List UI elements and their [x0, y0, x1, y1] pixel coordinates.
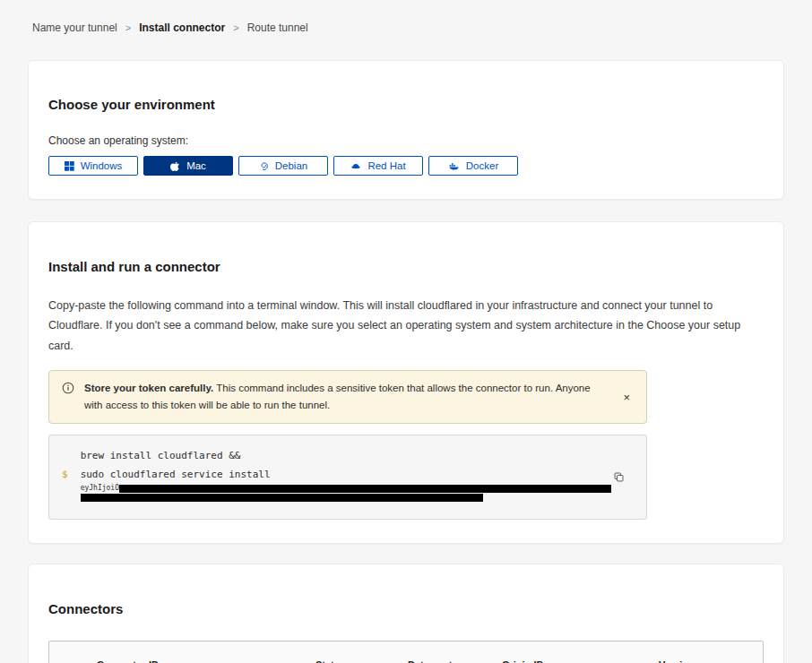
environment-card-title: Choose your environment [48, 97, 764, 112]
warning-close-button[interactable]: × [619, 391, 634, 404]
os-button-label: Docker [466, 160, 498, 171]
docker-icon [448, 161, 460, 171]
os-button-label: Windows [81, 160, 123, 171]
os-button-label: Mac [186, 160, 206, 171]
breadcrumb-separator: > [233, 22, 238, 33]
warning-text: Store your token carefully. This command… [84, 380, 599, 414]
token-prefix: eyJhIjoiO [81, 484, 119, 493]
breadcrumb: Name your tunnel > Install connector > R… [28, 0, 784, 34]
redacted-token-bar [119, 485, 611, 493]
column-header-status: Status [315, 659, 408, 663]
os-button-windows[interactable]: Windows [48, 156, 138, 176]
breadcrumb-separator: > [125, 22, 131, 33]
copy-icon [613, 472, 625, 486]
install-command-code-block: $ brew install cloudflared && sudo cloud… [48, 435, 647, 520]
breadcrumb-name-your-tunnel[interactable]: Name your tunnel [32, 22, 117, 34]
os-button-label: Debian [275, 160, 307, 171]
windows-icon [65, 161, 74, 171]
connectors-card: Connectors Connector ID Status Data cent… [28, 564, 784, 663]
os-button-label: Red Hat [367, 160, 405, 171]
choose-environment-card: Choose your environment Choose an operat… [28, 60, 784, 200]
token-line: eyJhIjoiO [81, 484, 611, 493]
token-warning-banner: Store your token carefully. This command… [48, 370, 647, 424]
command-line-2: sudo cloudflared service install [81, 465, 611, 484]
install-card-title: Install and run a connector [48, 259, 764, 274]
breadcrumb-route-tunnel[interactable]: Route tunnel [247, 22, 308, 34]
install-connector-card: Install and run a connector Copy-paste t… [28, 221, 784, 544]
os-select-label: Choose an operating system: [48, 134, 764, 147]
redhat-icon [350, 161, 361, 171]
connectors-card-title: Connectors [48, 601, 764, 616]
apple-icon [170, 160, 180, 172]
info-icon [62, 382, 74, 400]
redacted-token-bar [81, 494, 483, 502]
copy-command-button[interactable] [611, 469, 626, 487]
connectors-table: Connector ID Status Data centers Origin … [48, 641, 764, 663]
command-lines: brew install cloudflared && sudo cloudfl… [81, 446, 611, 504]
os-button-docker[interactable]: Docker [428, 156, 518, 176]
column-header-connector-id: Connector ID [97, 659, 315, 663]
column-header-origin-ip: Origin IP [502, 659, 659, 663]
os-button-redhat[interactable]: Red Hat [333, 156, 423, 176]
page: Name your tunnel > Install connector > R… [0, 0, 812, 663]
warning-bold-text: Store your token carefully. [84, 383, 213, 393]
os-button-debian[interactable]: Debian [238, 156, 328, 176]
os-button-mac[interactable]: Mac [143, 156, 233, 176]
os-button-group: Windows Mac Debian Red Hat [48, 156, 764, 176]
breadcrumb-install-connector[interactable]: Install connector [139, 22, 225, 34]
install-description: Copy-paste the following command into a … [48, 296, 764, 357]
command-line-1: brew install cloudflared && [81, 446, 611, 465]
column-header-version: Version [659, 659, 754, 663]
terminal-prompt: $ [62, 465, 68, 504]
debian-icon [259, 161, 269, 171]
column-header-data-centers: Data centers [408, 659, 502, 663]
